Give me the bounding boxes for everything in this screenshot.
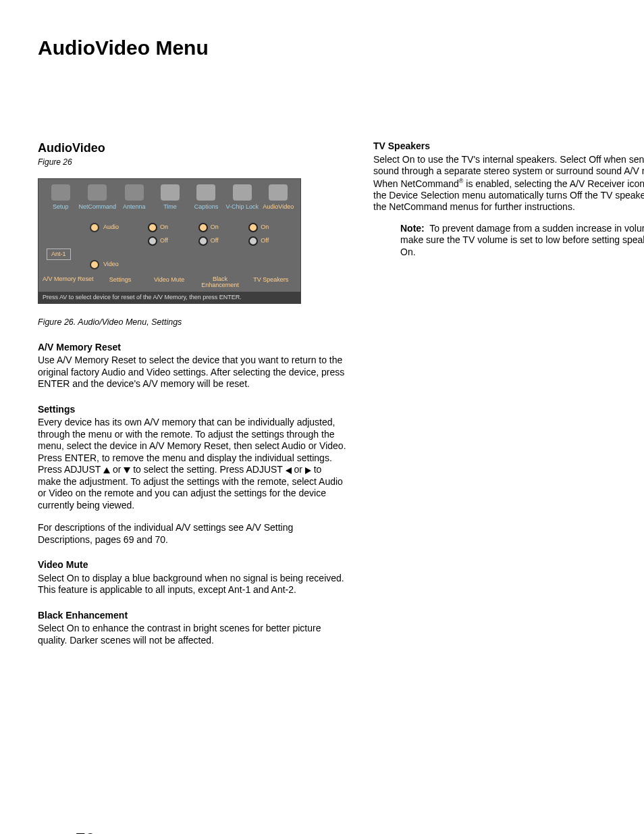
audio-setting-row: Audio [90, 223, 144, 232]
figure-tabbar: Setup NetCommand Antenna Time Captions V… [38, 179, 300, 213]
tab-captions: Captions [188, 184, 224, 211]
arrow-up-icon [103, 467, 110, 473]
tab-netcommand: NetCommand [78, 184, 116, 211]
note-block: Note: To prevent damage from a sudden in… [400, 223, 644, 259]
figure-footer: Press AV to select device for reset of t… [38, 292, 300, 303]
black-enhancement-heading: Black Enhancement [38, 610, 346, 622]
tab-setup: Setup [43, 184, 78, 211]
figure-caption: Figure 26. Audio/Video Menu, Settings [38, 317, 346, 328]
video-mute-heading: Video Mute [38, 559, 346, 571]
arrow-right-icon [305, 467, 311, 474]
label-tv-speakers: TV Speakers [246, 276, 296, 289]
black-enhancement-options: On Off [198, 219, 246, 273]
radio-off-icon [148, 236, 157, 246]
tab-audiovideo: AudioVideo [261, 184, 296, 211]
tab-antenna: Antenna [116, 184, 152, 211]
av-memory-reset-text: Use A/V Memory Reset to select the devic… [38, 355, 346, 390]
radio-on-icon [248, 223, 258, 232]
video-mute-text: Select On to display a blue background w… [38, 573, 346, 596]
audiovideo-heading: AudioVideo [38, 140, 346, 156]
av-memory-reset-heading: A/V Memory Reset [38, 342, 346, 354]
video-mute-options: On Off [148, 219, 196, 273]
label-av-memory: A/V Memory Reset [43, 276, 97, 289]
note-label: Note: [400, 223, 425, 234]
arrow-down-icon [124, 467, 130, 473]
tv-speakers-options: On Off [248, 219, 296, 273]
radio-on-icon [148, 223, 157, 232]
settings-text-1: Every device has its own A/V memory that… [38, 417, 346, 511]
radio-on-icon [198, 223, 208, 232]
figure-reference: Figure 26 [38, 157, 346, 167]
settings-text-2: For descriptions of the individual A/V s… [38, 522, 346, 546]
ant-1-box: Ant-1 [47, 249, 71, 260]
note-body: To prevent damage from a sudden increase… [400, 223, 644, 257]
arrow-left-icon [286, 467, 292, 474]
label-video-mute: Video Mute [144, 276, 194, 289]
settings-heading: Settings [38, 404, 346, 416]
figure-26: Setup NetCommand Antenna Time Captions V… [38, 178, 301, 305]
page-title: AudioVideo Menu [38, 36, 644, 59]
page-number: 70 [76, 829, 95, 834]
radio-off-icon [198, 236, 208, 246]
right-column: TV Speakers Select On to use the TV's in… [373, 140, 644, 646]
tab-vchip: V-Chip Lock [224, 184, 260, 211]
label-black-enhancement: Black Enhancement [194, 276, 245, 289]
black-enhancement-text: Select On to enhance the contrast in bri… [38, 623, 346, 646]
tab-time: Time [152, 184, 188, 211]
tv-speakers-heading: TV Speakers [373, 140, 644, 153]
tv-speakers-text: Select On to use the TV's internal speak… [373, 154, 644, 213]
left-column: AudioVideo Figure 26 Setup NetCommand An… [38, 140, 346, 646]
label-settings: Settings [97, 276, 144, 289]
video-setting-row: Video [90, 260, 144, 269]
radio-off-icon [248, 236, 258, 246]
